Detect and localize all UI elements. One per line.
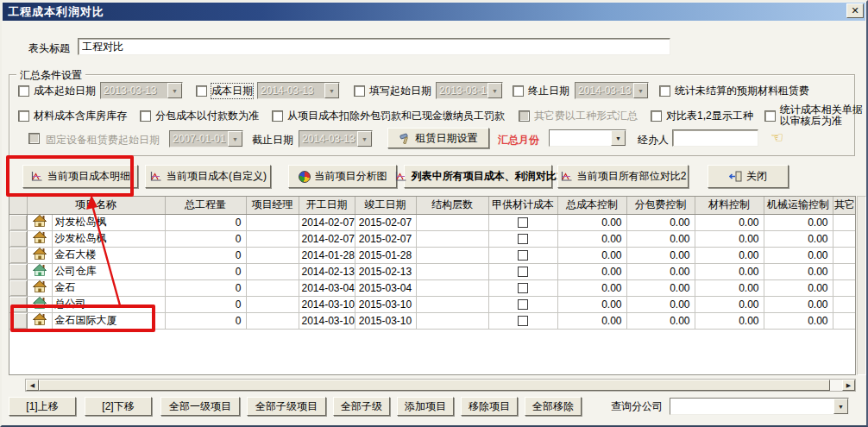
current-project-cost-detail-button[interactable]: 当前项目成本明细: [22, 165, 138, 188]
combo-value: 2014-03-13: [258, 83, 324, 98]
summary-month-combo[interactable]: ▼: [549, 129, 626, 147]
equipment-rental-start-combo[interactable]: 2007-01-01 ▼: [169, 130, 243, 148]
col-project-name[interactable]: 项目名称: [27, 197, 165, 214]
supplied-material-checkbox[interactable]: [518, 217, 528, 228]
subcontract-payment-label: 分包成本以付款数为准: [155, 109, 259, 123]
scroll-left-button[interactable]: ◀: [26, 380, 39, 391]
all-projects-cost-profit-compare1-button[interactable]: 列表中所有项目成本、利润对比1: [404, 165, 552, 188]
audited-docs-checkbox[interactable]: [764, 110, 776, 122]
close-button[interactable]: ✕: [846, 3, 864, 18]
col-total-quantity[interactable]: 总工程量: [165, 197, 246, 214]
material-control-cell: 0.00: [695, 247, 764, 263]
subcontract-control-cell: 0.00: [626, 247, 695, 263]
dropdown-arrow-icon[interactable]: ▼: [833, 399, 848, 414]
col-finish-date[interactable]: 竣工日期: [355, 197, 416, 214]
all-top-level-projects-button[interactable]: 全部一级项目: [160, 397, 240, 416]
unsettled-rental-checkbox[interactable]: [659, 85, 670, 97]
row-selector[interactable]: [9, 247, 27, 263]
current-project-parts-compare2-button[interactable]: 当前项目所有部位对比2: [557, 165, 689, 188]
start-date-cell: 2014-03-10: [299, 296, 355, 312]
project-house-icon: [27, 230, 52, 247]
dropdown-arrow-icon[interactable]: ▼: [611, 130, 626, 146]
all-sub-level-projects-button[interactable]: 全部子级项目: [247, 397, 326, 416]
agent-input[interactable]: [672, 129, 758, 147]
unsettled-rental-label: 统计未结算的预期材料租赁费: [675, 84, 809, 98]
table-row[interactable]: 公司仓库 0 2014-02-13 2015-02-13 0.00 0.00 0…: [9, 263, 856, 279]
total-quantity-cell: 0: [165, 230, 246, 247]
col-machine-transport-control[interactable]: 机械运输控制: [764, 197, 833, 214]
all-sub-levels-button[interactable]: 全部子级: [333, 397, 390, 416]
row-selector[interactable]: [9, 230, 27, 247]
scrollbar-thumb[interactable]: [39, 380, 830, 391]
fill-start-date-checkbox[interactable]: [354, 85, 365, 97]
table-row[interactable]: 金石国际大厦 0 2014-03-10 2015-03-10 0.00 0.00…: [9, 312, 856, 329]
dropdown-arrow-icon[interactable]: ▼: [167, 83, 182, 98]
col-start-date[interactable]: 开工日期: [299, 197, 355, 214]
table-row[interactable]: 对发松岛枫 0 2014-02-07 2015-02-07 0.00 0.00 …: [9, 214, 856, 230]
supplied-material-checkbox[interactable]: [518, 250, 528, 261]
col-project-manager[interactable]: 项目经理: [246, 197, 299, 214]
remove-all-button[interactable]: 全部移除: [525, 397, 582, 416]
deduct-penalty-checkbox[interactable]: [272, 110, 283, 122]
fill-start-date-combo[interactable]: 2013-03-13 ▼: [436, 82, 503, 99]
supplied-material-checkbox[interactable]: [518, 234, 528, 244]
current-project-analysis-chart-button[interactable]: 当前项目分析图: [288, 165, 397, 188]
cutoff-date-combo[interactable]: 2014-03-13 ▼: [299, 130, 373, 148]
total-cost-control-cell: 0.00: [557, 279, 626, 296]
rental-date-settings-label: 租赁日期设置: [416, 131, 478, 146]
machine-control-cell: 0.00: [764, 263, 833, 279]
cost-start-date-combo[interactable]: 2013-03-13 ▼: [100, 82, 183, 99]
cost-start-date-checkbox[interactable]: [18, 85, 29, 97]
material-stock-checkbox[interactable]: [18, 110, 29, 122]
subcontract-control-cell: 0.00: [626, 312, 695, 329]
button-label: 当前项目分析图: [315, 169, 387, 184]
end-date-checkbox[interactable]: [513, 85, 524, 97]
supplied-material-checkbox[interactable]: [518, 267, 528, 277]
project-table: 项目名称 总工程量 项目经理 开工日期 竣工日期 结构层数 甲供材计成本 总成本…: [9, 196, 856, 375]
row-selector[interactable]: [9, 263, 27, 279]
cost-date-combo[interactable]: 2014-03-13 ▼: [257, 82, 340, 99]
remove-project-button[interactable]: 移除项目: [461, 397, 518, 416]
compare-table-worktype-checkbox[interactable]: [651, 110, 662, 122]
col-structure-floors[interactable]: 结构层数: [416, 197, 488, 214]
subcontract-payment-checkbox[interactable]: [140, 110, 151, 122]
dropdown-arrow-icon[interactable]: ▼: [324, 83, 339, 98]
close-dialog-button[interactable]: 关闭: [708, 165, 789, 188]
horizontal-scrollbar[interactable]: ◀ ▶: [25, 379, 856, 392]
dropdown-arrow-icon[interactable]: ▼: [487, 83, 502, 98]
current-project-cost-custom-button[interactable]: 当前项目成本(自定义): [145, 165, 271, 188]
table-row[interactable]: 金石大楼 0 2014-01-28 2015-01-28 0.00 0.00 0…: [9, 247, 856, 263]
row-selector[interactable]: [9, 214, 27, 230]
subcontract-control-cell: 0.00: [626, 296, 695, 312]
rental-date-settings-button[interactable]: 租赁日期设置: [387, 128, 489, 148]
total-cost-control-cell: 0.00: [557, 263, 626, 279]
move-down-button[interactable]: [2]下移: [85, 397, 152, 416]
col-total-cost-control[interactable]: 总成本控制: [557, 197, 626, 214]
add-project-button[interactable]: 添加项目: [397, 397, 454, 416]
col-other[interactable]: 其它: [833, 197, 856, 214]
supplied-material-checkbox[interactable]: [518, 299, 528, 310]
move-up-button[interactable]: [1]上移: [9, 397, 76, 416]
scroll-right-icon: ▶: [846, 382, 851, 389]
supplied-material-checkbox[interactable]: [518, 283, 528, 293]
machine-control-cell: 0.00: [764, 247, 833, 263]
scroll-right-button[interactable]: ▶: [842, 380, 855, 391]
end-date-label: 终止日期: [528, 84, 569, 98]
col-supplied-material-cost[interactable]: 甲供材计成本: [488, 197, 557, 214]
table-row[interactable]: 金石 0 2014-03-04 2015-03-04 0.00 0.00 0.0…: [9, 279, 856, 296]
branch-query-combo[interactable]: ▼: [670, 398, 849, 415]
dropdown-arrow-icon[interactable]: ▼: [633, 83, 648, 98]
table-row[interactable]: 沙发松岛枫 0 2014-02-07 2015-02-07 0.00 0.00 …: [9, 230, 856, 247]
row-selector[interactable]: [9, 279, 27, 296]
col-subcontract-control[interactable]: 分包费控制: [626, 197, 695, 214]
row-selector[interactable]: [9, 296, 27, 312]
dropdown-arrow-icon[interactable]: ▼: [357, 131, 372, 147]
row-selector[interactable]: [9, 312, 27, 329]
table-row[interactable]: 总公司 0 2014-03-10 2015-03-10 0.00 0.00 0.…: [9, 296, 856, 312]
end-date-combo[interactable]: 2014-03-13 ▼: [575, 82, 649, 99]
cost-date-checkbox[interactable]: [196, 85, 207, 97]
header-title-input[interactable]: [78, 38, 670, 55]
supplied-material-checkbox[interactable]: [518, 316, 528, 326]
dropdown-arrow-icon[interactable]: ▼: [228, 131, 242, 147]
col-material-control[interactable]: 材料控制: [695, 197, 764, 214]
